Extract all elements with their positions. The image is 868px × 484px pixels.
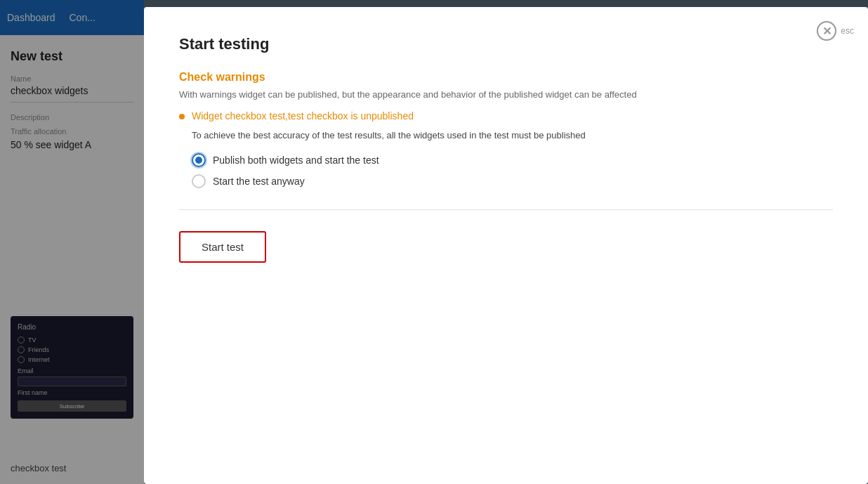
warning-description: To achieve the best accuracy of the test… [192, 129, 833, 143]
start-test-button[interactable]: Start test [179, 231, 266, 263]
radio-option-publish[interactable]: Publish both widgets and start the test [192, 153, 833, 167]
modal-dialog: ✕ esc Start testing Check warnings With … [144, 7, 868, 484]
divider [179, 209, 833, 210]
close-esc-label: esc [841, 26, 854, 36]
close-button[interactable]: ✕ esc [817, 21, 854, 41]
radio-label-publish: Publish both widgets and start the test [213, 155, 379, 166]
radio-label-anyway: Start the test anyway [213, 176, 305, 187]
radio-button-anyway[interactable] [192, 174, 206, 188]
warnings-subtitle: With warnings widget can be published, b… [179, 89, 833, 100]
close-icon: ✕ [817, 21, 836, 41]
radio-option-anyway[interactable]: Start the test anyway [192, 174, 833, 188]
warning-dot [179, 114, 185, 119]
warning-text: Widget checkbox test,test checkbox is un… [192, 110, 414, 122]
warnings-section: Check warnings With warnings widget can … [179, 71, 833, 188]
radio-inner-publish [195, 157, 202, 164]
radio-options: Publish both widgets and start the test … [192, 153, 833, 188]
warning-item: Widget checkbox test,test checkbox is un… [179, 110, 833, 122]
modal-title: Start testing [179, 35, 833, 53]
warnings-heading: Check warnings [179, 71, 833, 84]
radio-button-publish[interactable] [192, 153, 206, 167]
